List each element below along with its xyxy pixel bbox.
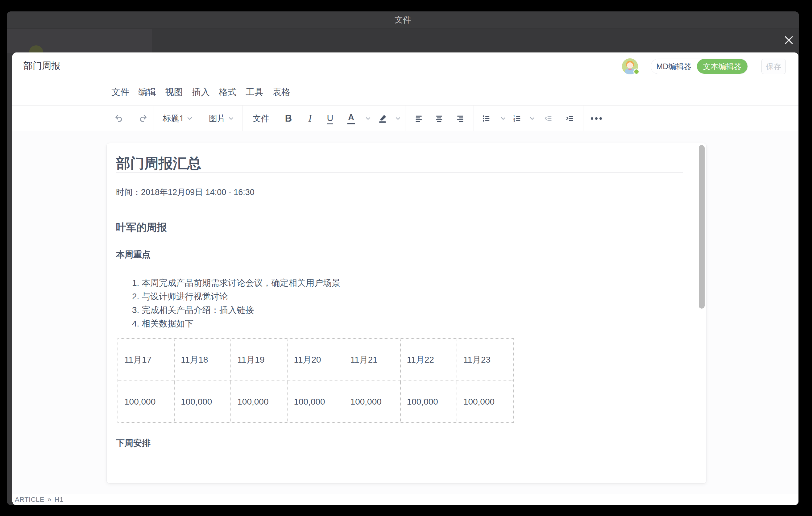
italic-button[interactable]: I	[301, 106, 319, 132]
table-header-cell[interactable]: 11月23	[457, 339, 513, 380]
heading-style-dropdown[interactable]: 标题1	[157, 106, 198, 132]
toolbar-separator	[583, 106, 583, 131]
table-value-row: 100,000100,000100,000100,000100,000100,0…	[118, 380, 513, 422]
document-body: 部门周报汇总 时间：2018年12月09日 14:00 - 16:30 叶军的周…	[116, 154, 683, 449]
underline-button[interactable]: U	[321, 106, 339, 132]
table-value-cell[interactable]: 100,000	[230, 381, 287, 422]
doc-table: 11月1711月1811月1911月2011月2111月2211月23 100,…	[118, 338, 514, 423]
align-left-icon[interactable]	[410, 106, 428, 132]
toolbar-separator	[473, 106, 474, 131]
menu-item[interactable]: 表格	[272, 86, 290, 98]
table-value-cell[interactable]: 100,000	[287, 381, 343, 422]
align-center-icon[interactable]	[431, 106, 448, 132]
redo-icon[interactable]	[135, 106, 152, 132]
macos-window: 文件 部门周报 MD编辑器	[7, 11, 799, 505]
divider	[116, 207, 683, 207]
numbered-list-icon[interactable]: 123	[509, 106, 526, 132]
doc-time-line: 时间：2018年12月09日 14:00 - 16:30	[116, 186, 683, 198]
vertical-scrollbar-thumb[interactable]	[699, 145, 705, 309]
doc-list-item: 本周完成产品前期需求讨论会议，确定相关用户场景	[132, 276, 683, 290]
close-icon[interactable]	[784, 35, 794, 46]
table-header-cell[interactable]: 11月22	[400, 339, 457, 380]
save-button[interactable]: 保存	[761, 59, 786, 74]
status-node-h1[interactable]: H1	[55, 496, 63, 504]
screenshot-stage: 文件 部门周报 MD编辑器	[0, 0, 812, 516]
chevron-down-icon	[187, 117, 192, 120]
toolbar-separator	[242, 106, 242, 131]
insert-image-dropdown[interactable]: 图片	[204, 106, 238, 132]
toolbar-separator	[275, 106, 275, 131]
doc-subheading-next-week: 下周安排	[116, 437, 683, 449]
toolbar-separator	[200, 106, 200, 131]
toolbar-separator	[405, 106, 405, 131]
window-titlebar: 文件	[7, 11, 799, 28]
scrollbar-gutter-line	[695, 143, 695, 483]
insert-file-button[interactable]: 文件	[249, 106, 273, 132]
text-editor-tab[interactable]: 文本编辑器	[697, 59, 748, 74]
editor-canvas: 部门周报汇总 时间：2018年12月09日 14:00 - 16:30 叶军的周…	[12, 131, 799, 494]
menu-item[interactable]: 编辑	[138, 86, 156, 98]
table-value-cell[interactable]: 100,000	[400, 381, 457, 422]
menu-item[interactable]: 文件	[111, 86, 129, 98]
menu-bar: 文件编辑视图插入格式工具表格	[12, 79, 799, 105]
divider	[116, 172, 683, 173]
table-header-cell[interactable]: 11月20	[287, 339, 343, 380]
dimmed-background-panel	[7, 29, 152, 53]
avatar-bowtie	[629, 68, 632, 70]
menu-item[interactable]: 插入	[192, 86, 210, 98]
table-header-cell[interactable]: 11月19	[230, 339, 287, 380]
table-value-cell[interactable]: 100,000	[118, 381, 174, 422]
online-status-dot	[633, 68, 640, 75]
editor-modal: 部门周报 MD编辑器 文本编辑器 保存 文件编辑视图插入格式工具表格	[12, 53, 799, 505]
bold-button[interactable]: B	[280, 106, 297, 132]
doc-title: 部门周报汇总	[116, 154, 683, 172]
table-value-cell[interactable]: 100,000	[174, 381, 230, 422]
table-header-cell[interactable]: 11月18	[174, 339, 230, 380]
table-header-row: 11月1711月1811月1911月2011月2111月2211月23	[118, 339, 513, 380]
indent-icon[interactable]	[561, 106, 578, 132]
bullet-list-chevron-icon[interactable]	[495, 106, 508, 132]
menu-item[interactable]: 格式	[219, 86, 237, 98]
table-value-cell[interactable]: 100,000	[344, 381, 400, 422]
toolbar: 标题1 图片 文件 B	[12, 105, 799, 131]
table-header-cell[interactable]: 11月17	[118, 339, 174, 380]
outdent-icon[interactable]	[540, 106, 557, 132]
doc-list-item: 完成相关产品介绍：插入链接	[132, 304, 683, 317]
font-color-chevron-icon[interactable]	[360, 106, 373, 132]
menu-item[interactable]: 工具	[245, 86, 263, 98]
chevron-down-icon	[229, 117, 234, 120]
status-bar: ARTICLE » H1	[12, 494, 799, 505]
editor-mode-switch: MD编辑器 文本编辑器	[651, 59, 748, 74]
doc-list-item: 与设计师进行视觉讨论	[132, 290, 683, 304]
more-options-icon[interactable]	[588, 106, 605, 132]
md-editor-tab[interactable]: MD编辑器	[651, 59, 697, 74]
document-page[interactable]: 部门周报汇总 时间：2018年12月09日 14:00 - 16:30 叶军的周…	[107, 143, 706, 484]
bullet-list-icon[interactable]	[477, 106, 495, 132]
highlight-button[interactable]	[374, 106, 391, 132]
table-value-cell[interactable]: 100,000	[457, 381, 513, 422]
status-node-article[interactable]: ARTICLE	[15, 496, 45, 504]
avatar-face	[627, 62, 633, 68]
highlight-chevron-icon[interactable]	[390, 106, 403, 132]
align-right-icon[interactable]	[451, 106, 469, 132]
doc-numbered-list: 本周完成产品前期需求讨论会议，确定相关用户场景与设计师进行视觉讨论完成相关产品介…	[116, 276, 683, 331]
undo-icon[interactable]	[110, 106, 127, 132]
svg-text:3: 3	[513, 120, 515, 123]
toolbar-separator	[154, 106, 154, 131]
doc-subheading-this-week: 本周重点	[116, 249, 683, 261]
menu-item[interactable]: 视图	[165, 86, 183, 98]
numbered-list-chevron-icon[interactable]	[524, 106, 537, 132]
status-separator: »	[48, 496, 52, 504]
modal-header: 部门周报 MD编辑器 文本编辑器 保存	[12, 53, 799, 79]
doc-list-item: 相关数据如下	[132, 317, 683, 331]
font-color-button[interactable]: A	[342, 106, 360, 132]
table-header-cell[interactable]: 11月21	[344, 339, 400, 380]
document-name: 部门周报	[24, 53, 60, 79]
window-title: 文件	[7, 11, 799, 28]
doc-section-heading: 叶军的周报	[116, 221, 683, 234]
